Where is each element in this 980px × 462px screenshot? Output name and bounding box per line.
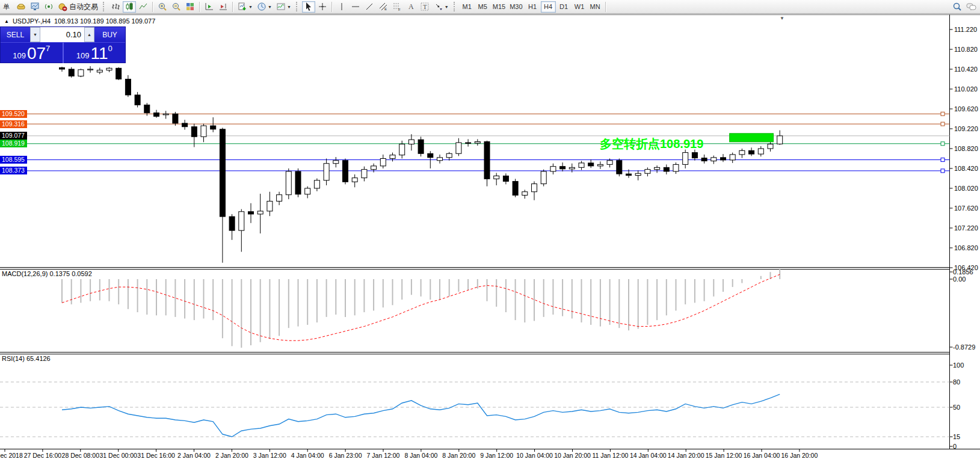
symbol-ohlc: 108.913 109.189 108.895 109.077	[54, 17, 155, 25]
time-label: 27 Dec 2018	[0, 452, 23, 459]
hline-109.316[interactable]	[0, 122, 950, 126]
time-label: 15 Jan 12:00	[706, 452, 742, 459]
hline-108.595[interactable]	[0, 158, 950, 162]
time-label: 2 Jan 04:00	[177, 452, 211, 459]
price-tick-label: 109.220	[954, 125, 978, 132]
time-label: 31 Dec 16:00	[137, 452, 174, 459]
price-tick-label: 108.820	[954, 145, 978, 152]
buy-price[interactable]: 109 11 0	[64, 43, 126, 63]
price-tick-label: 106.820	[954, 244, 978, 251]
price-badge-108.595[interactable]: 108.595	[0, 156, 27, 164]
time-label: 4 Jan 04:00	[291, 452, 324, 459]
mt4-window: 单 自动交易	[0, 0, 980, 462]
panel-separator[interactable]	[0, 353, 950, 354]
candles	[60, 66, 783, 263]
price-tick-label: 110.820	[954, 46, 978, 53]
price-tick-label: 110.020	[954, 85, 978, 93]
sell-button[interactable]: SELL	[1, 27, 30, 42]
buy-price-pips: 11	[90, 46, 108, 61]
volume-down-button[interactable]: ▼	[30, 27, 40, 42]
price-tick-label: 109.620	[954, 105, 978, 112]
collapse-panel-icon[interactable]: ▲	[4, 19, 9, 24]
chart-window: ▲ USDJPY-,H4 108.913 109.189 108.895 109…	[0, 14, 980, 462]
time-label: 31 Dec 00:00	[99, 452, 137, 459]
price-tick-label: 111.220	[954, 26, 977, 33]
macd-panel-title: MACD(12,26,9) 0.1375 0.0592	[2, 270, 92, 277]
price-badge-109.077[interactable]: 109.077	[0, 132, 27, 140]
sell-price-pips: 07	[27, 46, 46, 61]
symbol-title: USDJPY-,H4	[13, 17, 51, 25]
hline-109.520[interactable]	[0, 112, 950, 116]
rsi-tick-label: 0	[953, 443, 957, 450]
one-click-trading-panel: SELL ▼ 0.10 ▲ BUY 109 07 7 109 11 0	[0, 26, 126, 63]
macd-tick-label: 0.00	[953, 276, 966, 283]
chart-canvas[interactable]	[0, 0, 980, 462]
buy-button[interactable]: BUY	[94, 27, 125, 42]
time-label: 10 Jan 04:00	[516, 452, 553, 459]
highlight-rectangle[interactable]	[730, 134, 774, 142]
sell-price-handle: 109	[13, 51, 26, 60]
time-label: 6 Jan 23:00	[329, 452, 362, 459]
rsi-line	[62, 394, 780, 437]
time-label: 8 Jan 04:00	[404, 452, 437, 459]
hline-108.373[interactable]	[0, 169, 950, 173]
price-tick-label: 108.020	[954, 185, 978, 192]
time-label: 11 Jan 12:00	[592, 452, 628, 459]
price-badge-109.316[interactable]: 109.316	[0, 120, 27, 128]
symbol-bar: ▲ USDJPY-,H4 108.913 109.189 108.895 109…	[4, 17, 155, 25]
time-label: 14 Jan 04:00	[630, 452, 667, 459]
time-label: 16 Jan 20:00	[781, 452, 818, 459]
chart-text-annotation[interactable]: 多空转折点108.919	[600, 136, 703, 152]
time-label: 27 Dec 16:00	[24, 452, 61, 459]
volume-up-button[interactable]: ▲	[84, 27, 94, 42]
time-label: 14 Jan 20:00	[668, 452, 704, 459]
rsi-tick-label: 80	[953, 378, 960, 386]
time-label: 16 Jan 04:00	[744, 452, 780, 459]
time-label: 9 Jan 12:00	[480, 452, 513, 459]
sell-price[interactable]: 109 07 7	[1, 43, 63, 63]
price-badge-109.520[interactable]: 109.520	[0, 110, 27, 118]
time-label: 7 Jan 12:00	[367, 452, 400, 459]
macd-histogram	[62, 268, 780, 348]
time-label: 3 Jan 12:00	[253, 452, 286, 459]
panel-separator[interactable]	[0, 268, 950, 270]
macd-tick-label: 0.1856	[953, 268, 973, 276]
time-label: 28 Dec 08:00	[62, 452, 99, 459]
rsi-tick-label: 15	[953, 433, 960, 440]
rsi-tick-label: 100	[953, 362, 964, 369]
time-label: 2 Jan 20:00	[215, 452, 248, 459]
price-tick-label: 110.420	[954, 66, 978, 73]
price-badge-108.919[interactable]: 108.919	[0, 140, 27, 147]
price-tick-label: 107.620	[954, 205, 978, 212]
price-badge-108.373[interactable]: 108.373	[0, 167, 27, 174]
price-tick-label: 108.420	[954, 165, 978, 172]
buy-price-handle: 109	[76, 51, 90, 60]
volume-input[interactable]: 0.10	[40, 27, 84, 42]
rsi-panel-title: RSI(14) 65.4126	[2, 355, 51, 362]
sell-price-point: 7	[46, 44, 50, 53]
time-label: 10 Jan 20:00	[554, 452, 591, 459]
rsi-tick-label: 50	[953, 404, 960, 411]
buy-price-point: 0	[108, 44, 112, 53]
chart-shift-marker[interactable]: ▼	[780, 16, 784, 21]
price-tick-label: 107.220	[954, 224, 978, 232]
macd-tick-label: -0.8729	[953, 343, 975, 351]
time-label: 8 Jan 20:00	[442, 452, 475, 459]
